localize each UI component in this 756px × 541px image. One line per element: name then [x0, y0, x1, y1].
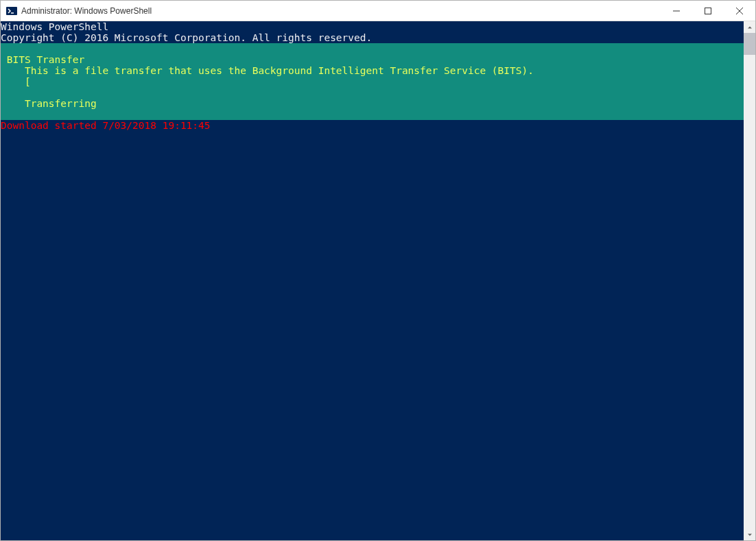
console-area: Windows PowerShell Copyright (C) 2016 Mi…: [1, 21, 755, 540]
ps-banner-line2: Copyright (C) 2016 Microsoft Corporation…: [1, 32, 372, 43]
scroll-thumb[interactable]: [744, 33, 755, 55]
progress-status: Transferring: [1, 98, 97, 109]
minimize-button[interactable]: [661, 1, 692, 21]
maximize-button[interactable]: [692, 1, 724, 21]
scroll-track[interactable]: [744, 33, 755, 529]
scroll-up-button[interactable]: [744, 21, 755, 33]
progress-bar-left: [: [1, 76, 31, 87]
scroll-down-button[interactable]: [744, 529, 755, 540]
vertical-scrollbar[interactable]: [744, 21, 755, 540]
close-button[interactable]: [724, 1, 755, 21]
powershell-window: Administrator: Windows PowerShell Window…: [0, 0, 756, 541]
progress-bar-fill: [31, 76, 744, 87]
download-status: Download started 7/03/2018 19:11:45: [1, 120, 211, 131]
console-output[interactable]: Windows PowerShell Copyright (C) 2016 Mi…: [1, 21, 744, 540]
progress-indicator: BITS Transfer This is a file transfer th…: [1, 43, 744, 120]
window-title: Administrator: Windows PowerShell: [21, 6, 661, 16]
titlebar[interactable]: Administrator: Windows PowerShell: [1, 1, 755, 21]
ps-banner-line1: Windows PowerShell: [1, 21, 108, 32]
svg-rect-0: [6, 7, 17, 15]
svg-rect-3: [705, 8, 711, 14]
progress-description: This is a file transfer that uses the Ba…: [1, 65, 534, 76]
window-controls: [661, 1, 755, 21]
powershell-icon: [6, 5, 17, 16]
progress-title: BITS Transfer: [7, 54, 85, 65]
